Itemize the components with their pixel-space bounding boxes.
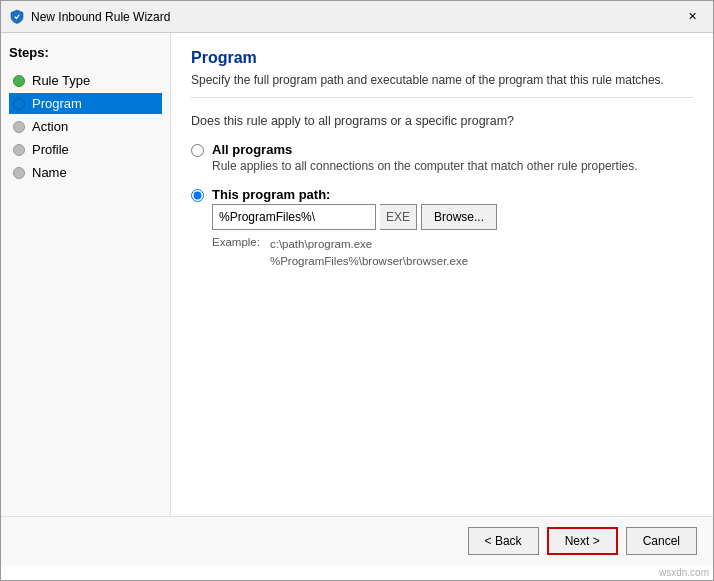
title-bar: New Inbound Rule Wizard ✕ <box>1 1 713 33</box>
question-text: Does this rule apply to all programs or … <box>191 114 693 128</box>
sidebar-item-profile[interactable]: Profile <box>9 139 162 160</box>
all-programs-content: All programs Rule applies to all connect… <box>212 142 638 173</box>
sidebar: Steps: Rule Type Program Action Profile … <box>1 33 171 516</box>
title-bar-title: New Inbound Rule Wizard <box>31 10 679 24</box>
step-dot-action <box>13 121 25 133</box>
sidebar-item-rule-type[interactable]: Rule Type <box>9 70 162 91</box>
step-dot-name <box>13 167 25 179</box>
example-row: Example: c:\path\program.exe%ProgramFile… <box>212 236 497 271</box>
cancel-button[interactable]: Cancel <box>626 527 697 555</box>
step-dot-program <box>13 98 25 110</box>
step-dot-rule-type <box>13 75 25 87</box>
sidebar-title: Steps: <box>9 45 162 60</box>
back-button[interactable]: < Back <box>468 527 539 555</box>
panel-title: Program <box>191 49 693 67</box>
example-label: Example: <box>212 236 260 271</box>
step-dot-profile <box>13 144 25 156</box>
example-paths: c:\path\program.exe%ProgramFiles%\browse… <box>270 236 468 271</box>
step-label-name: Name <box>32 165 67 180</box>
this-program-radio[interactable] <box>191 189 204 202</box>
step-label-action: Action <box>32 119 68 134</box>
step-label-program: Program <box>32 96 82 111</box>
main-panel: Program Specify the full program path an… <box>171 33 713 516</box>
path-input-row: EXE Browse... <box>212 204 497 230</box>
this-program-label[interactable]: This program path: <box>212 187 497 202</box>
path-input[interactable] <box>212 204 376 230</box>
path-section: EXE Browse... Example: c:\path\program.e… <box>212 204 497 271</box>
sidebar-item-program[interactable]: Program <box>9 93 162 114</box>
exe-label: EXE <box>380 204 417 230</box>
all-programs-radio[interactable] <box>191 144 204 157</box>
title-bar-icon <box>9 9 25 25</box>
sidebar-item-name[interactable]: Name <box>9 162 162 183</box>
browse-button[interactable]: Browse... <box>421 204 497 230</box>
this-program-option: This program path: EXE Browse... Example… <box>191 187 693 271</box>
all-programs-sublabel: Rule applies to all connections on the c… <box>212 159 638 173</box>
all-programs-option: All programs Rule applies to all connect… <box>191 142 693 173</box>
this-program-content: This program path: EXE Browse... Example… <box>212 187 497 271</box>
footer: < Back Next > Cancel <box>1 516 713 565</box>
panel-description: Specify the full program path and execut… <box>191 73 693 98</box>
step-label-rule-type: Rule Type <box>32 73 90 88</box>
title-bar-controls: ✕ <box>679 6 705 28</box>
all-programs-label[interactable]: All programs <box>212 142 638 157</box>
close-button[interactable]: ✕ <box>679 6 705 28</box>
watermark: wsxdn.com <box>1 565 713 580</box>
next-button[interactable]: Next > <box>547 527 618 555</box>
step-label-profile: Profile <box>32 142 69 157</box>
content-area: Steps: Rule Type Program Action Profile … <box>1 33 713 516</box>
wizard-window: New Inbound Rule Wizard ✕ Steps: Rule Ty… <box>0 0 714 581</box>
sidebar-item-action[interactable]: Action <box>9 116 162 137</box>
